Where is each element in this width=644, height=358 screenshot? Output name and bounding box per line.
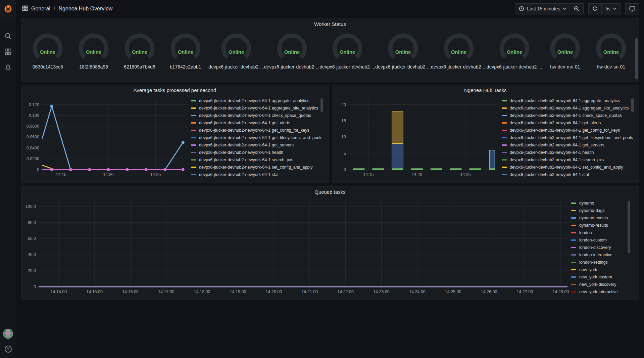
legend-item[interactable]: london-discovery	[571, 244, 630, 251]
legend-label: london-settings	[579, 260, 608, 265]
legend-item[interactable]: new_york-discovery	[571, 281, 630, 288]
legend-label: dynamo	[579, 201, 594, 206]
legend-item[interactable]: devpx6-jtucker-devhub2-newyork-64-1 aggr…	[191, 104, 324, 112]
alerting-bell-icon[interactable]	[4, 64, 12, 71]
help-icon[interactable]: ?	[5, 346, 12, 353]
legend-item[interactable]: devpx6-jtucker-devhub2-newyork-64-1 get_…	[502, 141, 635, 149]
gauge-arc: Online	[28, 32, 68, 64]
panel-title[interactable]: Ngenea Hub Tasks	[332, 85, 639, 95]
gauge-status: Online	[178, 49, 193, 55]
legend-item[interactable]: devpx6-jtucker-devhub2-newyork-64-1 heal…	[191, 149, 324, 156]
svg-text:14:25: 14:25	[150, 172, 161, 177]
legend-item[interactable]: new_york	[571, 266, 630, 273]
legend-item[interactable]: devpx6-jtucker-devhub2-newyork-64-1 sear…	[191, 156, 324, 164]
legend-item[interactable]: new_york-interactive	[571, 288, 630, 296]
search-icon[interactable]	[4, 32, 12, 40]
svg-text:14:20: 14:20	[411, 172, 422, 177]
legend-item[interactable]: devpx6-jtucker-devhub2-newyork-64-1 stat	[191, 171, 324, 178]
legend-item[interactable]: devpx6-jtucker-devhub2-newyork-64-1 chec…	[502, 112, 635, 119]
legend-item[interactable]: devpx6-jtucker-devhub2-newyork-64-1 chec…	[191, 112, 324, 119]
legend-item[interactable]: devpx6-jtucker-devhub2-newyork-64-1 sear…	[502, 156, 635, 164]
legend-item[interactable]: new_york-custom	[571, 273, 630, 281]
gauge-status: Online	[228, 49, 244, 55]
svg-text:14:18:00: 14:18:00	[194, 289, 210, 294]
svg-text:14:14:00: 14:14:00	[50, 289, 67, 294]
legend-scrollbar[interactable]	[320, 98, 323, 112]
legend-label: new_york	[579, 267, 597, 272]
svg-text:14:25: 14:25	[460, 172, 470, 177]
legend-label: devpx6-jtucker-devhub2-newyork-64-1 heal…	[199, 150, 283, 155]
panel-title[interactable]: Queued tasks	[21, 187, 639, 197]
svg-text:14:27:00: 14:27:00	[517, 289, 533, 294]
panel-scrollbar[interactable]	[635, 38, 638, 79]
gauge-status: Online	[451, 49, 467, 55]
panel-title[interactable]: Worker Status	[21, 19, 639, 29]
breadcrumb-dashboard-title[interactable]: Ngenea Hub Overview	[58, 6, 112, 12]
legend-item[interactable]: london	[571, 229, 630, 236]
legend-label: devpx6-jtucker-devhub2-newyork-64-1 aggr…	[199, 106, 318, 110]
gauge-status: Online	[132, 49, 147, 55]
legend-label: london-discovery	[579, 245, 611, 250]
legend-item[interactable]: devpx6-jtucker-devhub2-newyork-64-1 aggr…	[502, 97, 635, 104]
legend-item[interactable]: devpx6-jtucker-devhub2-newyork-64-1 heal…	[502, 149, 635, 156]
legend-item[interactable]: devpx6-jtucker-devhub2-newyork-64-1 get_…	[191, 119, 324, 127]
worker-gauge: Onlinehw-dev-sn-01	[588, 32, 634, 70]
legend-swatch-icon	[191, 130, 196, 131]
legend-item[interactable]: devpx6-jtucker-devhub2-newyork-64-1 get_…	[191, 134, 324, 141]
legend-item[interactable]: devpx6-jtucker-devhub2-newyork-64-1 get_…	[502, 134, 635, 141]
legend-swatch-icon	[502, 115, 507, 116]
gauge-status: Online	[340, 49, 355, 55]
svg-text:14:28:00: 14:28:00	[552, 289, 569, 294]
legend-item[interactable]: dynamo-events	[571, 214, 630, 222]
legend-item[interactable]: dynamo	[571, 199, 630, 207]
legend-item[interactable]: devpx6-jtucker-devhub2-newyork-64-1 get_…	[191, 127, 324, 134]
tv-mode-button[interactable]	[625, 3, 639, 14]
legend-item[interactable]: devpx6-jtucker-devhub2-newyork-64-1 set_…	[502, 164, 635, 171]
legend-scrollbar[interactable]	[628, 201, 630, 253]
legend-item[interactable]: devpx6-jtucker-devhub2-newyork-64-1 aggr…	[502, 104, 635, 112]
avg-tasks-chart[interactable]: 14:1514:2014:2500.02000.04000.06000.0800…	[23, 95, 190, 180]
gauge-arc: Online	[591, 32, 631, 64]
legend-swatch-icon	[191, 100, 196, 101]
legend-item[interactable]: devpx6-jtucker-devhub2-newyork-64-1 get_…	[502, 127, 635, 134]
legend-item[interactable]: devpx6-jtucker-devhub2-newyork-64-1 stat	[502, 171, 635, 178]
worker-gauge: Online621809a7b4d6	[116, 32, 162, 70]
legend-item[interactable]: dynamo-dags	[571, 207, 630, 214]
legend-item[interactable]: london-settings	[571, 259, 630, 266]
breadcrumb-separator: /	[54, 6, 55, 12]
legend-item[interactable]: london-interactive	[571, 251, 630, 259]
refresh-button[interactable]	[588, 3, 602, 14]
legend-item[interactable]: devpx6-jtucker-devhub2-newyork-64-1 aggr…	[191, 97, 324, 104]
legend-swatch-icon	[191, 137, 196, 138]
breadcrumb-folder[interactable]: General	[31, 6, 50, 12]
legend-item[interactable]: dynamo-results	[571, 222, 630, 229]
worker-gauge: Online0630c1413cc5	[25, 32, 71, 70]
legend-swatch-icon	[191, 122, 196, 124]
clock-icon	[519, 6, 524, 11]
user-avatar[interactable]	[3, 329, 13, 339]
refresh-interval-picker[interactable]: 5s	[602, 3, 621, 14]
panel-title[interactable]: Average tasks processed per second	[21, 85, 328, 95]
legend-item[interactable]: london-custom	[571, 236, 630, 244]
gauge-status: Online	[603, 49, 619, 55]
queued-tasks-chart[interactable]: 14:14:0014:15:0014:16:0014:17:0014:18:00…	[23, 197, 570, 298]
legend-scrollbar[interactable]	[631, 98, 634, 112]
grafana-logo[interactable]	[0, 0, 16, 17]
dashboard-grid-icon[interactable]	[22, 5, 28, 12]
hub-tasks-chart[interactable]: 14:1514:2014:2505101520	[334, 95, 500, 180]
svg-text:0.0600: 0.0600	[27, 135, 39, 139]
time-range-picker[interactable]: Last 15 minutes	[515, 3, 570, 14]
legend-label: dynamo-events	[579, 216, 608, 220]
legend-item[interactable]: devpx6-jtucker-devhub2-newyork-64-1 set_…	[191, 164, 324, 171]
time-range-label: Last 15 minutes	[527, 6, 560, 11]
gauge-arc: Online	[545, 32, 585, 64]
gauge-arc: Online	[73, 32, 114, 64]
gauge-status: Online	[86, 49, 102, 55]
grafana-app: ? General / Ngenea Hub Overview Last 15 …	[0, 0, 644, 358]
worker-gauge: Onlinedevpx6-jtucker-devhub2-...	[375, 32, 431, 70]
dashboards-icon[interactable]	[4, 48, 12, 55]
legend-item[interactable]: devpx6-jtucker-devhub2-newyork-64-1 get_…	[191, 141, 324, 149]
zoom-out-button[interactable]	[570, 3, 584, 14]
topbar: General / Ngenea Hub Overview Last 15 mi…	[16, 0, 644, 17]
legend-item[interactable]: devpx6-jtucker-devhub2-newyork-64-1 get_…	[502, 119, 635, 127]
